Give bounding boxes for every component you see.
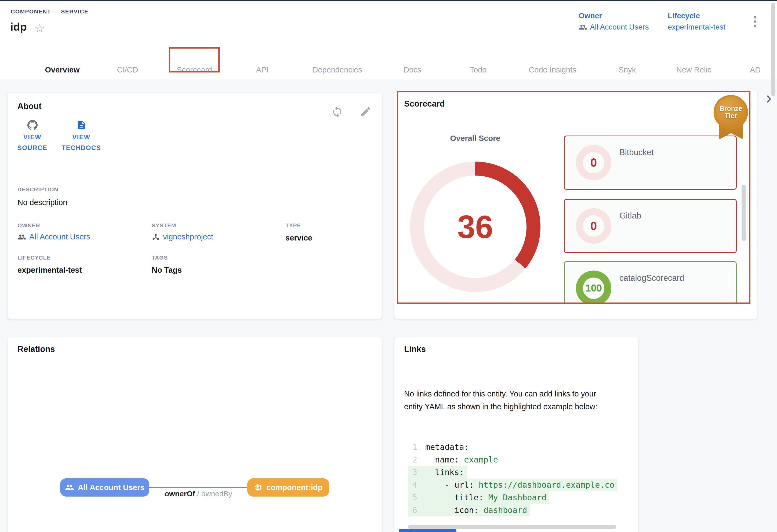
- entity-tabs: OverviewCI/CDScorecardAPIDependenciesDoc…: [0, 39, 777, 80]
- overall-score-label: Overall Score: [422, 134, 529, 143]
- view-source-label: VIEW SOURCE: [17, 132, 47, 153]
- relation-node-all-account-users[interactable]: All Account Users: [60, 478, 149, 497]
- code-line-6: 6 icon: dashboard: [408, 504, 617, 516]
- scorecard-item-gitlab[interactable]: 0Gitlab: [564, 199, 737, 253]
- system-field-value: vigneshproject: [163, 233, 213, 241]
- scorecard-item-score: 0: [590, 219, 597, 233]
- code-line-5: 5 title: My Dashboard: [408, 491, 617, 504]
- links-empty-text: No links defined for this entity. You ca…: [404, 387, 611, 413]
- scorecard-item-list: 0Bitbucket0Gitlab100catalogScorecard: [564, 136, 738, 304]
- page-title: idp: [10, 21, 27, 33]
- scorecard-item-name: Gitlab: [620, 211, 641, 221]
- code-line-3: 3 links:: [408, 466, 617, 479]
- lifecycle-value: experimental-test: [668, 23, 726, 31]
- lifecycle-field-value: experimental-test: [17, 266, 82, 275]
- chip-icon: [254, 483, 262, 492]
- type-field-label: TYPE: [286, 222, 301, 229]
- tab-docs[interactable]: Docs: [404, 65, 421, 74]
- scorecard-item-catalogscorecard[interactable]: 100catalogScorecard: [564, 261, 737, 304]
- tags-field-value: No Tags: [152, 266, 182, 275]
- score-ring: 0: [576, 208, 612, 244]
- score-ring: 0: [576, 145, 612, 180]
- favorite-star-icon[interactable]: ☆: [33, 21, 46, 35]
- system-field-link[interactable]: vigneshproject: [152, 233, 213, 241]
- tab-code-insights[interactable]: Code Insights: [529, 65, 576, 74]
- type-field-value: service: [286, 234, 312, 242]
- group-icon: [17, 233, 26, 241]
- document-icon: [76, 120, 87, 130]
- github-icon: [27, 120, 37, 130]
- lifecycle-field-label: LIFECYCLE: [17, 254, 51, 261]
- lifecycle-label: Lifecycle: [668, 12, 726, 20]
- edit-pencil-icon[interactable]: [360, 106, 371, 118]
- breadcrumb: COMPONENT — SERVICE: [11, 8, 88, 15]
- system-hub-icon: [152, 233, 160, 241]
- scorecard-item-score: 100: [585, 283, 602, 294]
- scorecard-card: Scorecard Bronze Tier Overall Score 36 0…: [395, 91, 757, 319]
- scorecard-item-bitbucket[interactable]: 0Bitbucket: [564, 136, 737, 190]
- header-lifecycle-block: Lifecycle experimental-test: [668, 12, 726, 31]
- tags-field-label: TAGS: [152, 254, 168, 261]
- owner-label: Owner: [579, 12, 649, 20]
- refresh-icon[interactable]: [331, 106, 343, 118]
- description-label: DESCRIPTION: [17, 186, 58, 193]
- page-scrollbar[interactable]: [771, 3, 775, 96]
- yaml-code-example: 1metadata:2 name: example3 links:4 - url…: [408, 441, 617, 516]
- relations-card: Relations All Account Users component:id…: [7, 338, 382, 532]
- relation-node-component-label: component:idp: [266, 483, 322, 492]
- tab-snyk[interactable]: Snyk: [619, 65, 636, 74]
- about-card: About VIEW SOURCE VIEW TECHDOCS DESCRIPT…: [7, 93, 382, 319]
- tab-new-relic[interactable]: New Relic: [676, 65, 711, 74]
- view-techdocs-link[interactable]: VIEW TECHDOCS: [54, 120, 108, 153]
- code-line-2: 2 name: example: [408, 453, 617, 466]
- relation-edge-line: [147, 487, 249, 488]
- links-title: Links: [404, 345, 426, 354]
- tab-dependencies[interactable]: Dependencies: [312, 65, 362, 74]
- relation-node-component-idp[interactable]: component:idp: [247, 478, 329, 497]
- owner-field-link[interactable]: All Account Users: [17, 233, 90, 241]
- tab-api[interactable]: API: [256, 65, 269, 74]
- code-horizontal-scrollbar[interactable]: [408, 525, 616, 529]
- links-action-button[interactable]: [399, 529, 456, 532]
- owner-link[interactable]: All Account Users: [579, 23, 649, 31]
- tab-ad[interactable]: AD: [750, 65, 761, 74]
- overall-score-value: 36: [457, 208, 493, 245]
- view-techdocs-label: VIEW TECHDOCS: [62, 132, 101, 153]
- system-field-label: SYSTEM: [152, 222, 176, 229]
- more-options-kebab-icon[interactable]: [750, 16, 760, 29]
- group-icon: [65, 483, 74, 492]
- score-ring: 100: [576, 271, 612, 304]
- overall-score-gauge: 36: [410, 162, 541, 292]
- owner-field-value: All Account Users: [29, 233, 90, 241]
- header-owner-block: Owner All Account Users: [579, 12, 649, 31]
- owner-value: All Account Users: [590, 23, 649, 31]
- component-page: COMPONENT — SERVICE idp ☆ Owner All Acco…: [0, 0, 777, 532]
- scorecard-item-name: Bitbucket: [620, 148, 654, 157]
- relation-node-user-label: All Account Users: [78, 483, 145, 492]
- tab-todo[interactable]: Todo: [470, 65, 487, 74]
- code-line-4: 4 - url: https://dashboard.example.co: [408, 479, 617, 491]
- relation-edge-label: ownerOf / ownedBy: [145, 490, 252, 498]
- bronze-tier-badge-text: Bronze Tier: [719, 105, 742, 120]
- scorecard-item-score: 0: [590, 156, 597, 169]
- links-card: Links No links defined for this entity. …: [395, 338, 638, 532]
- entity-header: COMPONENT — SERVICE idp ☆ Owner All Acco…: [0, 1, 777, 40]
- relations-title: Relations: [17, 345, 55, 354]
- scorecard-item-name: catalogScorecard: [620, 273, 684, 283]
- group-icon: [579, 23, 587, 31]
- tab-ci-cd[interactable]: CI/CD: [117, 65, 138, 74]
- code-line-1: 1metadata:: [408, 441, 617, 453]
- scorecard-list-scrollbar[interactable]: [742, 185, 746, 241]
- scorecard-title: Scorecard: [404, 99, 445, 109]
- owner-field-label: OWNER: [17, 222, 40, 229]
- tab-scorecard[interactable]: Scorecard: [177, 65, 212, 74]
- bronze-tier-badge: Bronze Tier: [713, 95, 748, 129]
- tab-overview[interactable]: Overview: [45, 65, 80, 74]
- about-title: About: [17, 102, 41, 111]
- view-source-link[interactable]: VIEW SOURCE: [16, 120, 49, 153]
- description-value: No description: [17, 198, 67, 207]
